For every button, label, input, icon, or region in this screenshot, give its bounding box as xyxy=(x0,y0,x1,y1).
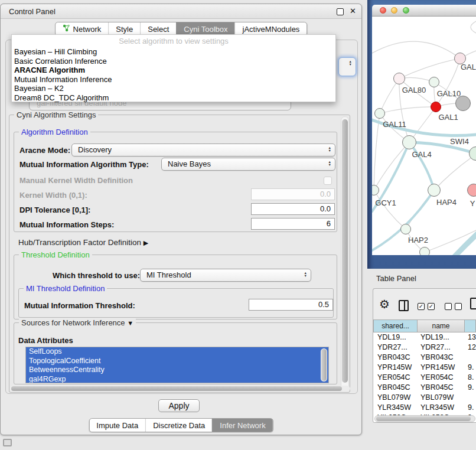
attribute-item-selfloops[interactable]: SelfLoops xyxy=(26,347,328,357)
table-row[interactable]: YPR145WYPR145W9. xyxy=(373,363,476,373)
scrollbar-thumb[interactable] xyxy=(11,386,342,391)
table-cell: 8. xyxy=(465,373,476,383)
node-label-gal80: GAL80 xyxy=(402,86,426,94)
node-label-gal1: GAL1 xyxy=(438,113,458,122)
unchecked-checkbox-icon[interactable] xyxy=(445,303,452,310)
which-threshold-combo[interactable]: MI Threshold ▲▼ xyxy=(140,269,311,282)
close-icon[interactable]: ✕ xyxy=(350,6,356,15)
algorithm-option-bayesian-k2[interactable]: Bayesian – K2 xyxy=(12,84,335,93)
table-cell: YER054C xyxy=(418,373,465,383)
table-panel: ⚙ ✓ ✓ shared...name YDL19...YDL19...13YD… xyxy=(373,288,476,423)
network-tab-icon xyxy=(63,24,70,34)
table-row[interactable]: YBR043CYBR043C xyxy=(373,353,476,363)
bottom-tab-impute-data[interactable]: Impute Data xyxy=(89,419,145,432)
settings-horizontal-scrollbar[interactable] xyxy=(10,386,350,392)
node-unlabeled[interactable] xyxy=(419,247,430,255)
algorithm-option-bayesian-hill-climbing[interactable]: Bayesian – Hill Climbing xyxy=(12,47,335,57)
node-label-hap2: HAP2 xyxy=(408,236,428,244)
tab-select[interactable]: Select xyxy=(140,22,176,35)
table-row[interactable]: YBL079WYBL079W xyxy=(373,393,476,403)
attribute-item-topologicalcoefficient[interactable]: TopologicalCoefficient xyxy=(26,357,328,366)
table-cell: YPR145W xyxy=(418,363,465,373)
close-traffic-light-icon[interactable] xyxy=(380,7,386,14)
table-cell: 9. xyxy=(465,363,476,373)
attribute-item-betweennesscentrality[interactable]: BetweennessCentrality xyxy=(26,366,328,375)
settings-gear-icon[interactable]: ⚙ xyxy=(379,297,390,311)
settings-vertical-scrollbar[interactable] xyxy=(341,116,349,392)
node-gal11[interactable] xyxy=(374,108,385,119)
table-cell xyxy=(465,393,476,403)
minimize-traffic-light-icon[interactable] xyxy=(391,7,397,14)
mi-threshold-field[interactable]: 0.5 xyxy=(249,299,333,311)
tab-jactivemnodules[interactable]: jActiveMNodules xyxy=(235,22,307,35)
expand-arrow-icon[interactable]: ▶ xyxy=(144,239,148,246)
scrollbar-thumb[interactable] xyxy=(342,119,348,383)
node-y[interactable] xyxy=(467,184,476,197)
attribute-item-gal4rgexp[interactable]: gal4RGexp xyxy=(26,375,328,384)
inference-algorithm-combo-fragment[interactable]: ▲▼ xyxy=(338,57,356,76)
node-gal4[interactable] xyxy=(402,135,416,149)
dpi-tolerance-field[interactable]: 0.0 xyxy=(251,203,335,215)
algorithm-option-aracne-algorithm[interactable]: ARACNE Algorithm xyxy=(12,66,335,75)
apply-button[interactable]: Apply xyxy=(158,399,200,412)
float-window-icon[interactable] xyxy=(337,8,344,15)
tab-cyni-toolbox[interactable]: Cyni Toolbox xyxy=(176,22,234,35)
table-row[interactable]: YDR27...YDR27...12 xyxy=(373,343,476,353)
table-horizontal-scrollbar[interactable] xyxy=(374,415,475,422)
node-gal1[interactable] xyxy=(431,102,441,112)
table-cell: 9. xyxy=(465,383,476,393)
algorithm-option-dream8-dc-tdc-algorithm[interactable]: Dream8 DC_TDC Algorithm xyxy=(12,93,335,103)
table-panel-title: Table Panel xyxy=(376,274,416,283)
node-label-gal11: GAL11 xyxy=(383,120,406,129)
column-header-shared[interactable]: shared... xyxy=(373,319,418,332)
checked-checkbox-icon[interactable]: ✓ xyxy=(418,303,425,310)
table-cell: 13 xyxy=(465,332,476,343)
table-row[interactable]: YBR045CYBR045C9. xyxy=(373,383,476,393)
data-attributes-label: Data Attributes xyxy=(18,336,73,345)
aracne-mode-combo[interactable]: Discovery ▲▼ xyxy=(71,144,335,156)
node-gal10[interactable] xyxy=(429,77,439,87)
node-label-swi4: SWI4 xyxy=(450,137,469,146)
column-header-name[interactable]: name xyxy=(418,319,465,332)
bottom-tab-label: Discretize Data xyxy=(153,421,205,430)
table-row[interactable]: YLR345WYLR345W9. xyxy=(373,403,476,413)
table-row[interactable]: YDL19...YDL19...13 xyxy=(373,332,476,343)
bottom-tab-infer-network[interactable]: Infer Network xyxy=(212,419,272,432)
bottom-tab-discretize-data[interactable]: Discretize Data xyxy=(145,419,212,432)
mi-type-combo[interactable]: Naive Bayes ▲▼ xyxy=(161,158,335,171)
tab-style[interactable]: Style xyxy=(108,22,140,35)
aracne-mode-value: Discovery xyxy=(78,145,112,154)
network-canvas[interactable]: GALGAL80GAL10GAL1GAL11GAL4SWI4GCY1HAP4YH… xyxy=(372,17,476,255)
column-header-cut[interactable] xyxy=(465,319,476,332)
algorithm-option-mutual-information-inference[interactable]: Mutual Information Inference xyxy=(12,75,335,84)
mi-steps-field[interactable]: 6 xyxy=(251,218,335,230)
table-row[interactable]: YER054CYER054C8. xyxy=(373,373,476,383)
node-hap4[interactable] xyxy=(428,184,441,197)
collapse-arrow-icon[interactable]: ▼ xyxy=(127,319,133,327)
algorithm-option-basic-correlation-inference[interactable]: Basic Correlation Inference xyxy=(12,57,335,66)
tab-network[interactable]: Network xyxy=(56,22,109,35)
table-cell: YBR045C xyxy=(373,383,418,393)
node-label-gal4: GAL4 xyxy=(412,150,431,159)
node-hap2[interactable] xyxy=(400,224,411,234)
checked-checkbox-icon[interactable]: ✓ xyxy=(428,303,435,310)
control-panel-titlebar: Control Panel ✕ xyxy=(1,4,361,19)
manual-kernel-checkbox[interactable] xyxy=(324,177,332,185)
list-vertical-scrollbar[interactable] xyxy=(321,348,327,381)
node-gal80[interactable] xyxy=(393,73,405,84)
data-attributes-list[interactable]: SelfLoopsTopologicalCoefficientBetweenne… xyxy=(25,347,329,383)
scrollbar-thumb[interactable] xyxy=(376,416,471,421)
scrollbar-thumb[interactable] xyxy=(321,349,327,381)
kernel-width-field[interactable]: 0.0 xyxy=(251,188,335,200)
columns-icon[interactable] xyxy=(399,300,409,311)
table-icon[interactable] xyxy=(470,298,476,309)
unchecked-checkbox-icon[interactable] xyxy=(455,303,462,310)
app-root: Control Panel ✕ NetworkStyleSelectCyni T… xyxy=(0,0,476,450)
table-cell: 9. xyxy=(465,403,476,413)
zoom-traffic-light-icon[interactable] xyxy=(403,7,409,14)
panel-grip-icon[interactable] xyxy=(3,439,12,446)
hub-section-row[interactable]: Hub/Transcription Factor Definition ▶ xyxy=(18,238,148,247)
node-unlabeled[interactable] xyxy=(455,96,471,111)
network-window-titlebar[interactable] xyxy=(372,5,476,17)
mi-steps-label: Mutual Information Steps: xyxy=(19,220,114,229)
